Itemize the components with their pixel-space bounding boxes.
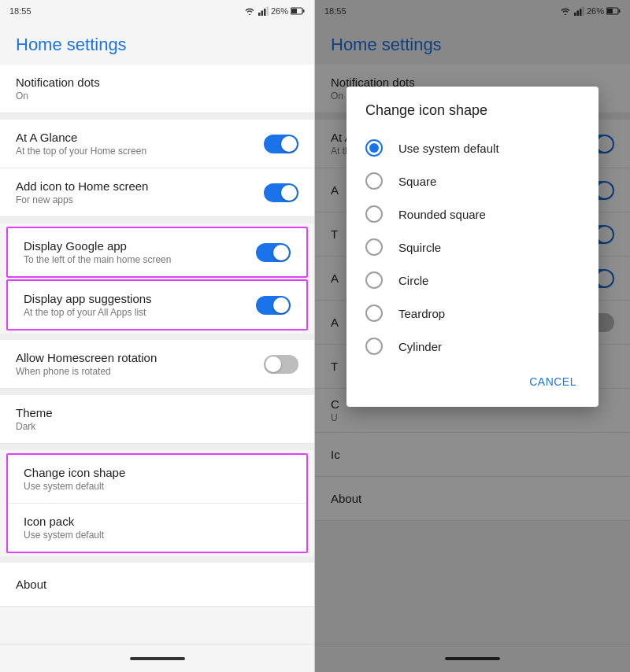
- highlight-box-1: Display Google app To the left of the ma…: [6, 227, 308, 278]
- toggle-add-icon[interactable]: [264, 183, 298, 202]
- radio-label-square: Square: [398, 175, 436, 188]
- toggle-knob: [281, 185, 297, 201]
- settings-item-rotation[interactable]: Allow Homescreen rotation When phone is …: [0, 340, 314, 389]
- radio-circle-square: [365, 172, 383, 190]
- toggle-display-suggestions[interactable]: [256, 296, 291, 315]
- radio-circle-system: [365, 139, 383, 157]
- radio-circle-rounded: [365, 205, 383, 223]
- settings-item-add-icon[interactable]: Add icon to Home screen For new apps: [0, 168, 314, 217]
- divider-1: [0, 113, 314, 120]
- highlight-box-2: Display app suggestions At the top of yo…: [6, 279, 308, 330]
- settings-item-display-google[interactable]: Display Google app To the left of the ma…: [8, 228, 306, 276]
- settings-item-display-suggestions[interactable]: Display app suggestions At the top of yo…: [8, 281, 306, 329]
- divider-3: [0, 334, 314, 340]
- toggle-display-google[interactable]: [256, 243, 291, 262]
- toggle-knob: [273, 297, 289, 313]
- radio-circle-circle: [365, 271, 383, 289]
- cancel-button[interactable]: CANCEL: [520, 369, 586, 394]
- dialog-title: Change icon shape: [346, 102, 598, 131]
- dialog-overlay: Change icon shape Use system default Squ…: [315, 0, 630, 672]
- dialog-actions: CANCEL: [346, 363, 598, 401]
- highlight-box-3: Change icon shape Use system default Ico…: [6, 453, 308, 553]
- radio-label-cylinder: Cylinder: [398, 340, 442, 353]
- radio-label-circle: Circle: [398, 274, 428, 287]
- settings-item-notification-dots[interactable]: Notification dots On: [0, 65, 314, 113]
- settings-item-theme[interactable]: Theme Dark: [0, 395, 314, 444]
- svg-rect-6: [303, 9, 305, 13]
- change-icon-shape-dialog: Change icon shape Use system default Squ…: [346, 87, 598, 407]
- toggle-knob: [281, 136, 297, 152]
- left-page-title: Home settings: [0, 22, 314, 65]
- radio-circle-squircle: [365, 238, 383, 256]
- toggle-knob: [265, 356, 281, 372]
- settings-item-change-icon-shape[interactable]: Change icon shape Use system default: [8, 455, 306, 504]
- radio-label-teardrop: Teardrop: [398, 307, 445, 320]
- toggle-knob: [273, 245, 289, 260]
- signal-icon: [258, 6, 269, 16]
- wifi-icon: [244, 6, 255, 16]
- settings-item-at-a-glance[interactable]: At A Glance At the top of your Home scre…: [0, 120, 314, 168]
- toggle-rotation[interactable]: [264, 355, 298, 374]
- left-status-bar: 18:55 26%: [0, 0, 314, 22]
- svg-rect-3: [266, 7, 269, 17]
- radio-label-squircle: Squircle: [398, 241, 441, 254]
- radio-rounded-square[interactable]: Rounded square: [346, 198, 598, 231]
- left-status-icons: 26%: [244, 6, 305, 16]
- radio-circle[interactable]: Circle: [346, 264, 598, 297]
- toggle-at-a-glance[interactable]: [264, 135, 298, 153]
- divider-6: [0, 556, 314, 563]
- settings-item-about[interactable]: About: [0, 563, 314, 607]
- divider-4: [0, 389, 314, 395]
- radio-square[interactable]: Square: [346, 164, 598, 198]
- radio-inner-system: [369, 143, 379, 153]
- radio-circle-cylinder: [365, 338, 383, 355]
- left-time: 18:55: [9, 6, 32, 16]
- svg-rect-2: [264, 9, 266, 16]
- radio-use-system-default[interactable]: Use system default: [346, 131, 598, 164]
- left-battery: 26%: [271, 6, 288, 16]
- radio-circle-teardrop: [365, 305, 383, 322]
- divider-2: [0, 217, 314, 223]
- svg-rect-0: [258, 13, 261, 16]
- radio-teardrop[interactable]: Teardrop: [346, 297, 598, 330]
- left-nav-indicator: [130, 657, 185, 660]
- settings-item-icon-pack[interactable]: Icon pack Use system default: [8, 504, 306, 552]
- radio-label-system: Use system default: [398, 142, 499, 155]
- svg-rect-1: [261, 11, 263, 17]
- divider-5: [0, 444, 314, 450]
- radio-squircle[interactable]: Squircle: [346, 231, 598, 264]
- right-phone: 18:55 26% Home settings: [315, 0, 630, 672]
- radio-label-rounded: Rounded square: [398, 208, 486, 221]
- left-nav-bar: [0, 644, 314, 672]
- left-phone: 18:55 26% Home settings: [0, 0, 315, 672]
- radio-cylinder[interactable]: Cylinder: [346, 330, 598, 363]
- svg-rect-5: [291, 9, 297, 13]
- left-settings-list: Notification dots On At A Glance At the …: [0, 65, 314, 644]
- battery-icon: [291, 6, 305, 16]
